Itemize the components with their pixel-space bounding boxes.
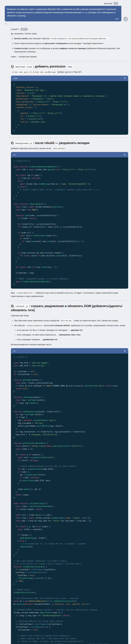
paragraph: Ваш scheduleRebuild() с debounce при это…	[11, 291, 128, 298]
section-heading: 3) content.js: слушать уведомление и обн…	[11, 304, 128, 312]
paragraph: chrome.tabs.query и chrome.tabs.sendMess…	[11, 70, 128, 74]
user-you-badge: Вы	[113, 2, 118, 5]
user-message-text: Возможно ли изменить скрипт следующим об…	[7, 8, 119, 18]
inline-code: bookmarksUpdated	[25, 324, 43, 327]
code-block: js // content.js const TAG_ATTR = "data-…	[11, 348, 128, 644]
copy-icon	[5, 23, 7, 25]
assistant-message: ChatGPT gpt-5.2 Да, возможно. Логика так…	[0, 25, 131, 644]
bold-text: рефреш тегов на странице	[60, 47, 86, 50]
list-item: При обычном скане помечаем ссылку атрибу…	[14, 319, 128, 322]
copy-code-button[interactable]	[124, 154, 126, 156]
message-menu-button[interactable]	[9, 23, 11, 25]
model-badge: gpt-5.2	[20, 28, 28, 31]
code-text: // content.js const TAG_ATTR = "data-bm-…	[13, 356, 118, 644]
divider	[7, 300, 128, 300]
section-heading: 1) manifest.json: добавить permission ta…	[11, 64, 128, 68]
user-message: Дмитрий Вы Возможно ли изменить скрипт с…	[0, 0, 131, 25]
ordered-list: Service worker уже получает события chro…	[11, 37, 128, 53]
inline-code: tabs	[66, 65, 74, 68]
divider	[7, 61, 128, 61]
copy-code-button[interactable]	[124, 77, 126, 79]
user-avatar	[123, 17, 128, 22]
list-item: На событие bookmarksUpdated выполняем по…	[14, 324, 128, 341]
copy-message-button[interactable]	[5, 23, 7, 25]
bullet-list: При обычном скане помечаем ссылку атрибу…	[11, 319, 128, 341]
code-content: // background.js async function broadcas…	[11, 158, 128, 289]
user-header: Дмитрий Вы	[5, 2, 118, 5]
user-name: Дмитрий	[104, 2, 112, 4]
list-item: После перестроения индекса он рассылает …	[14, 42, 128, 45]
bold-text: удаляем тег	[71, 329, 83, 331]
user-message-actions	[5, 23, 128, 25]
code-text: // background.js async function broadcas…	[13, 160, 100, 286]
paragraph: Сделаем две вещи:	[11, 314, 128, 317]
bold-text: добавляем тег	[43, 338, 57, 340]
inline-code: chrome.tabs.query	[11, 71, 29, 73]
bold-text: обновляем текст тега	[59, 334, 81, 336]
paragraph: Добавьте функции рассылки и вызов после …	[11, 147, 128, 150]
nested-bullet-list: если раньше тег был, а теперь закладки н…	[14, 328, 128, 341]
code-block: js // background.js async function broad…	[11, 152, 128, 289]
code-content: // content.js const TAG_ATTR = "data-bm-…	[11, 354, 128, 644]
copy-code-button[interactable]	[124, 350, 126, 352]
copy-icon	[124, 350, 126, 352]
divider	[7, 137, 128, 138]
copy-icon	[124, 77, 126, 79]
paragraph: Ниже — конкретные правки.	[11, 55, 128, 58]
paragraph: Вставьте/замените соответствующие части:	[11, 343, 128, 346]
bold-text: полный refresh	[55, 324, 70, 326]
paragraph: Да, возможно. Логика такая:	[11, 32, 128, 35]
user-timestamp: 20:57	[7, 18, 119, 20]
code-text: { "manifest_version": 3, "name": "Bookma…	[13, 84, 108, 132]
inline-code: rebuildIndex()	[52, 147, 67, 150]
code-block: json { "manifest_version": 3, "name": "B…	[11, 76, 128, 135]
list-item: если совпадает впервые → добавляем тег	[17, 338, 128, 341]
inline-code: chrome.bookmarks.onCreated/onRemoved/onC…	[50, 37, 110, 40]
code-block-header: js	[11, 152, 128, 158]
inline-code: chrome.tabs.sendMessage	[32, 71, 56, 73]
assistant-name: ChatGPT	[11, 28, 19, 30]
section-heading: 2) background.js: после rebuild — уведом…	[11, 141, 128, 145]
code-language-label: js	[13, 154, 15, 156]
kebab-menu-icon	[9, 23, 11, 25]
copy-icon	[124, 154, 126, 156]
inline-code: background.js	[14, 142, 33, 145]
bold-text: рассылает сообщение	[45, 42, 67, 44]
inline-code: scheduleRebuild()	[15, 292, 34, 294]
person-icon	[124, 18, 127, 20]
code-language-label: js	[13, 350, 15, 352]
bold-text: Service worker	[14, 37, 28, 40]
code-block-header: js	[11, 348, 128, 354]
code-language-label: json	[13, 77, 18, 79]
code-content: { "manifest_version": 3, "name": "Bookma…	[11, 81, 128, 135]
list-item: если раньше тег был, а теперь закладки н…	[17, 328, 128, 332]
user-bubble: Возможно ли изменить скрипт следующим об…	[5, 6, 121, 22]
inline-code: manifest.json	[14, 65, 33, 68]
inline-code: content.js	[14, 304, 29, 308]
assistant-body: Да, возможно. Логика такая:Service worke…	[11, 32, 128, 644]
code-block-header: json	[11, 76, 128, 81]
list-item: Service worker уже получает события chro…	[14, 37, 128, 40]
bold-text: Content script	[14, 47, 27, 50]
inline-code: data-bm-abs	[60, 320, 73, 322]
list-item: Content script слушает это сообщение и д…	[14, 47, 128, 53]
list-item: если совпадает, но имя папки изменилось …	[17, 333, 128, 336]
assistant-header: ChatGPT gpt-5.2	[11, 28, 128, 31]
